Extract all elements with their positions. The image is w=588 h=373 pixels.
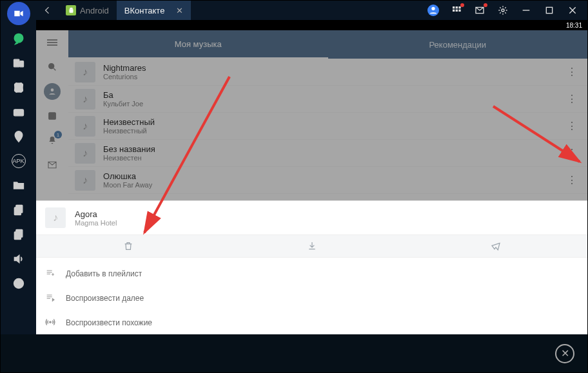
svg-rect-9	[546, 7, 552, 13]
copy-icon[interactable]	[1, 198, 36, 222]
mail-icon[interactable]	[474, 5, 485, 16]
search-button[interactable]	[36, 55, 68, 79]
close-window-button[interactable]	[567, 5, 578, 16]
emulator-sidebar: APK	[1, 1, 36, 336]
paste-icon[interactable]	[1, 222, 36, 247]
svg-rect-8	[523, 10, 530, 10]
tab-label: ВКонтакте	[124, 6, 165, 15]
svg-rect-3	[458, 6, 460, 8]
sheet-track-title: Agora	[75, 209, 117, 219]
settings-icon[interactable]	[497, 5, 509, 16]
track-more-button[interactable]: ⋮	[563, 66, 581, 78]
track-artist: Кульбит Joe	[103, 100, 563, 108]
tab-recommendations[interactable]: Рекомендации	[328, 30, 588, 59]
music-note-icon: ♪	[75, 89, 95, 110]
play-similar-item[interactable]: Воспроизвести похожие	[36, 311, 587, 335]
music-note-icon: ♪	[75, 62, 95, 82]
track-artist: Неизвестен	[103, 154, 563, 162]
svg-rect-6	[458, 10, 460, 12]
music-note-icon: ♪	[75, 143, 95, 164]
play-next-icon	[45, 292, 57, 305]
close-tab-button[interactable]: ✕	[176, 6, 183, 15]
apk-icon[interactable]: APK	[12, 154, 26, 168]
sheet-track-artist: Magma Hotel	[75, 219, 117, 227]
notification-badge	[484, 3, 487, 7]
maximize-button[interactable]	[544, 5, 555, 16]
notification-badge	[460, 3, 464, 7]
svg-point-28	[51, 88, 54, 91]
music-note-icon: ♪	[45, 207, 66, 228]
track-more-button[interactable]: ⋮	[563, 93, 581, 105]
vk-sidebar: 1	[36, 30, 68, 200]
status-time: 18:31	[566, 22, 582, 29]
delete-button[interactable]	[36, 235, 220, 257]
apps-grid-icon[interactable]	[451, 5, 462, 16]
track-artist: Centurions	[103, 73, 563, 81]
svg-point-13	[19, 37, 21, 39]
track-actions-sheet: ♪ Agora Magma Hotel Добавить в плейли	[36, 200, 587, 334]
track-title: Без названия	[103, 144, 563, 154]
svg-rect-1	[453, 6, 455, 8]
playlist-add-icon	[45, 268, 57, 280]
notifications-button[interactable]: 1	[36, 128, 68, 153]
back-button[interactable]	[36, 1, 58, 20]
track-title: Неизвестный	[103, 117, 563, 127]
track-row[interactable]: ♪ БаКульбит Joe ⋮	[68, 86, 587, 113]
devices-icon[interactable]	[1, 51, 36, 75]
radio-icon	[45, 317, 57, 329]
svg-rect-17	[14, 83, 23, 93]
svg-rect-2	[456, 6, 458, 8]
svg-point-20	[17, 133, 19, 136]
location-icon[interactable]	[1, 124, 36, 149]
emulator-bottom-bar: ✕	[1, 334, 587, 372]
menu-button[interactable]	[36, 30, 68, 55]
messages-button[interactable]	[36, 153, 68, 177]
cards-icon[interactable]	[1, 75, 36, 100]
add-to-playlist-item[interactable]: Добавить в плейлист	[36, 262, 587, 286]
svg-rect-22	[14, 207, 21, 215]
item-label: Добавить в плейлист	[66, 269, 142, 278]
sheet-header: ♪ Agora Magma Hotel	[36, 201, 587, 234]
volume-icon[interactable]	[1, 247, 36, 271]
chat-app-icon[interactable]	[1, 26, 36, 51]
track-row[interactable]: ♪ ОлюшкаMoon Far Away ⋮	[68, 167, 587, 194]
track-more-button[interactable]: ⋮	[563, 120, 581, 132]
tab-label: Android	[80, 6, 109, 15]
music-note-icon: ♪	[75, 116, 95, 137]
svg-point-27	[49, 64, 54, 69]
folder-icon[interactable]	[1, 173, 36, 198]
emulator-titlebar: Android ВКонтакте ✕	[1, 1, 587, 20]
svg-point-11	[16, 37, 17, 39]
track-row[interactable]: ♪ NightmaresCenturions ⋮	[68, 59, 587, 86]
close-overlay-button[interactable]: ✕	[555, 344, 574, 363]
tab-vkontakte[interactable]: ВКонтакте ✕	[117, 1, 191, 20]
android-icon	[66, 5, 76, 15]
profile-button[interactable]	[36, 79, 68, 104]
svg-point-19	[17, 111, 20, 114]
notif-count-badge: 1	[54, 131, 62, 139]
download-button[interactable]	[220, 235, 404, 257]
play-next-item[interactable]: Воспроизвести далее	[36, 286, 587, 311]
track-title: Nightmares	[103, 63, 563, 73]
item-label: Воспроизвести похожие	[66, 318, 152, 327]
track-more-button[interactable]: ⋮	[563, 147, 581, 159]
tab-my-music[interactable]: Моя музыка	[68, 30, 328, 59]
music-note-icon: ♪	[75, 170, 95, 191]
item-label: Воспроизвести далее	[66, 294, 144, 303]
account-icon[interactable]	[427, 5, 439, 16]
svg-point-0	[431, 7, 435, 10]
camera-app-icon[interactable]	[7, 2, 30, 25]
help-icon[interactable]	[1, 271, 36, 296]
minimize-button[interactable]	[520, 5, 532, 16]
svg-rect-5	[456, 10, 458, 12]
broadcast-button[interactable]	[404, 235, 587, 257]
news-button[interactable]	[36, 104, 68, 128]
track-more-button[interactable]: ⋮	[563, 174, 581, 186]
track-row[interactable]: ♪ Без названияНеизвестен ⋮	[68, 140, 587, 167]
svg-point-7	[502, 9, 504, 12]
track-title: Ба	[103, 90, 563, 100]
track-row[interactable]: ♪ НеизвестныйНеизвестный ⋮	[68, 113, 587, 140]
camera-tool-icon[interactable]	[1, 100, 36, 124]
svg-point-12	[18, 37, 19, 39]
tab-android[interactable]: Android	[58, 1, 117, 20]
